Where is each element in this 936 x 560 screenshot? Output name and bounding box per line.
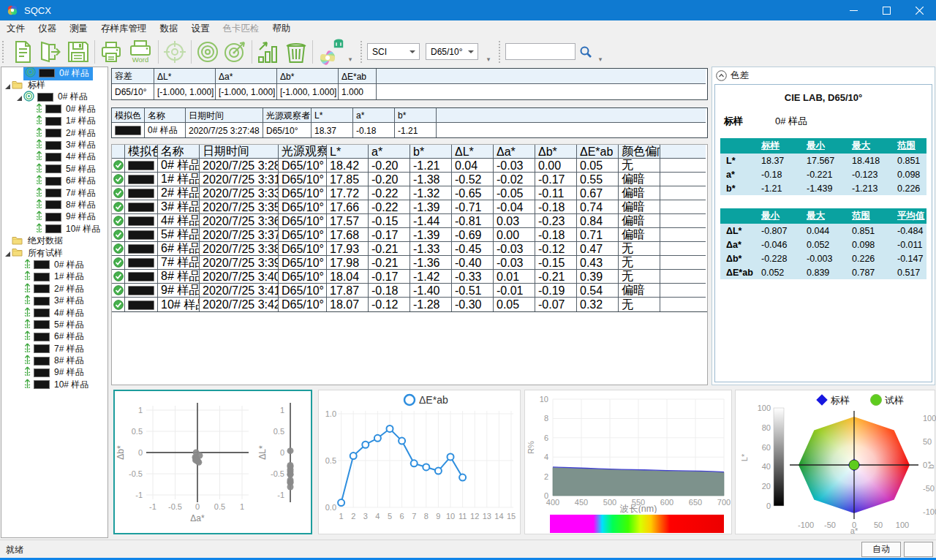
svg-text:500: 500: [603, 498, 616, 507]
stats-row: Δb*-0.228-0.0030.226-0.147: [720, 251, 926, 265]
color-swatch: [39, 69, 55, 77]
tree-item[interactable]: 0# 样品: [1, 103, 107, 115]
search-button[interactable]: [575, 38, 596, 66]
svg-text:a*: a*: [850, 526, 858, 534]
stats-header: 最小: [801, 138, 846, 154]
menu-item-设置[interactable]: 设置: [185, 21, 216, 37]
colorwheel-chart[interactable]: 标样试样100806040200L*-100-50050100a*100500-…: [735, 390, 935, 534]
table-cell: -1.40: [410, 284, 452, 298]
toolbar-grip[interactable]: [361, 41, 365, 63]
tree-item[interactable]: 7# 样品: [1, 343, 107, 355]
tree-item[interactable]: 4# 样品: [1, 151, 107, 163]
tree-item[interactable]: 3# 样品: [1, 295, 107, 306]
menu-item-帮助[interactable]: 帮助: [266, 21, 298, 37]
calibrate-button[interactable]: [194, 38, 222, 66]
stats-header: [720, 208, 755, 224]
toolbar-overflow-icon[interactable]: ▾: [596, 38, 605, 66]
export-button[interactable]: [37, 38, 64, 66]
column-header: a*: [353, 108, 395, 123]
toolbar-overflow-icon[interactable]: ▾: [346, 38, 355, 66]
sample-table-panel: 模拟色名称日期时间光源观察者L*a*b*ΔL*Δa*Δb*ΔE*ab颜色偏向0#…: [111, 144, 708, 385]
close-button[interactable]: [903, 0, 936, 20]
tree-item[interactable]: 10# 样品: [1, 223, 107, 235]
tree-item[interactable]: 8# 样品: [1, 355, 107, 366]
tree-item[interactable]: 8# 样品: [1, 199, 107, 211]
sample-illuminant: D65/10°: [279, 173, 327, 186]
stats-value: b*: [720, 181, 755, 195]
save-button[interactable]: [64, 38, 92, 66]
statusbar-blank-button[interactable]: [904, 542, 933, 557]
svg-text:试样: 试样: [885, 395, 904, 406]
tree-item[interactable]: 10# 样品: [1, 379, 107, 390]
tree-item[interactable]: 0# 样品: [1, 67, 107, 79]
tree-item[interactable]: 3# 样品: [1, 139, 107, 151]
menu-item-文件[interactable]: 文件: [0, 21, 31, 37]
menu-item-数据[interactable]: 数据: [154, 21, 185, 37]
collapse-chevron-icon[interactable]: [716, 70, 727, 81]
spectral-chart[interactable]: 0246810400450500550600650700波长(nm)R%: [524, 390, 732, 534]
tree-item[interactable]: 9# 样品: [1, 367, 107, 379]
table-cell: -0.04: [494, 200, 535, 214]
sample-datetime: 2020/7/25 3:31:07: [200, 173, 279, 186]
illuminant-combo[interactable]: D65/10°: [426, 43, 478, 60]
tree-item-label: 标样: [26, 79, 48, 91]
print-word-button[interactable]: Word: [125, 38, 156, 66]
tree-item[interactable]: 9# 样品: [1, 211, 107, 223]
table-cell: [112, 256, 125, 270]
tree-expander-icon: [28, 178, 35, 185]
menu-item-测量[interactable]: 测量: [63, 21, 94, 37]
stats-header-row: 最小最大范围平均值: [720, 208, 926, 224]
table-cell: -0.15: [369, 214, 410, 228]
arrow-icon: [35, 187, 44, 200]
sample-swatch: [125, 186, 158, 200]
sample-illuminant: D65/10°: [279, 159, 327, 173]
tree-item[interactable]: 1# 样品: [1, 271, 107, 283]
chart-button[interactable]: [254, 38, 282, 66]
table-cell: 0.67: [577, 186, 619, 200]
new-document-button[interactable]: [9, 38, 37, 66]
tree-item[interactable]: 6# 样品: [1, 331, 107, 343]
measure-target-button[interactable]: [222, 38, 249, 66]
tree-expander-icon: [16, 381, 23, 388]
tree-item[interactable]: 绝对数据: [1, 235, 107, 246]
menu-item-存样库管理[interactable]: 存样库管理: [94, 21, 154, 37]
color-card-button[interactable]: [315, 38, 346, 66]
tree-item[interactable]: 标样: [1, 79, 107, 91]
table-cell: 0.32: [577, 298, 619, 311]
tree-item[interactable]: 6# 样品: [1, 175, 107, 187]
tree-item[interactable]: 1# 样品: [1, 116, 107, 127]
tree-item[interactable]: 0# 样品: [1, 91, 107, 103]
table-cell: [112, 228, 125, 242]
tree-item[interactable]: 所有试样: [1, 247, 107, 259]
toolbar-grip[interactable]: [499, 41, 503, 63]
tree-item[interactable]: 0# 样品: [1, 259, 107, 270]
minimize-button[interactable]: [837, 0, 870, 20]
tree-item[interactable]: 2# 样品: [1, 283, 107, 295]
tree-expander-icon[interactable]: [4, 249, 12, 257]
arrow-icon: [35, 211, 44, 223]
print-button[interactable]: [97, 38, 125, 66]
tree-expander-icon[interactable]: [4, 82, 12, 89]
pass-check-icon: [113, 271, 124, 281]
delete-button[interactable]: [282, 38, 310, 66]
toolbar-overflow-icon[interactable]: ▾: [484, 38, 493, 66]
search-input[interactable]: [505, 43, 575, 60]
menu-item-仪器[interactable]: 仪器: [31, 21, 63, 37]
tree-item[interactable]: 7# 样品: [1, 187, 107, 199]
tree-item[interactable]: 4# 样品: [1, 307, 107, 319]
tree-expander-icon[interactable]: [16, 94, 23, 101]
sci-combo[interactable]: SCI: [367, 43, 420, 60]
column-header: [112, 145, 125, 159]
table-cell: -0.12: [535, 242, 577, 256]
stats-row: L*18.3717.56718.4180.851: [720, 154, 926, 167]
toolbar-grip[interactable]: [2, 41, 7, 63]
ab-scatter-chart[interactable]: -1-1-0.5-0.5000.50.511Δa*Δb*-1-0.500.51Δ…: [113, 390, 312, 534]
svg-text:0: 0: [195, 502, 200, 511]
tree-item[interactable]: 2# 样品: [1, 127, 107, 139]
maximize-button[interactable]: [870, 0, 903, 20]
stats-row: Δa*-0.0460.0520.098-0.011: [720, 238, 926, 251]
auto-button[interactable]: 自动: [861, 542, 901, 557]
tree-item[interactable]: 5# 样品: [1, 319, 107, 330]
deltae-trend-chart[interactable]: ΔE*ab1234567891011121314150.00.51.0: [318, 390, 521, 534]
tree-item[interactable]: 5# 样品: [1, 163, 107, 175]
